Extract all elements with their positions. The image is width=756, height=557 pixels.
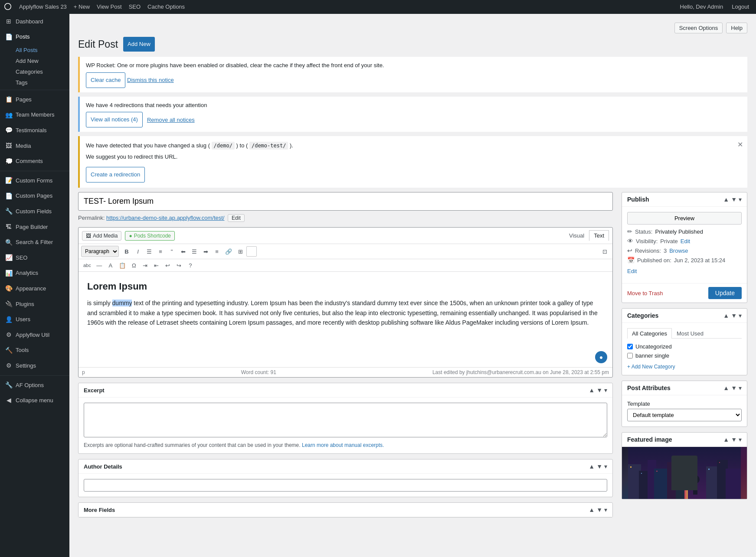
post-attributes-expand-down[interactable]: ▼ [731,384,737,391]
bold-button[interactable]: B [121,246,132,257]
add-media-button[interactable]: 🖼 Add Media [82,231,121,241]
cache-options[interactable]: Cache Options [144,0,188,14]
excerpt-learn-more[interactable]: Learn more about manual excerpts. [302,442,384,448]
sidebar-item-page-builder[interactable]: 🏗 Page Builder [0,219,69,235]
author-details-header[interactable]: Author Details ▲ ▼ ▾ [79,459,612,474]
excerpt-collapse[interactable]: ▾ [604,387,607,394]
hr-button[interactable]: — [94,260,105,270]
sidebar-item-plugins[interactable]: 🔌 Plugins [0,296,69,312]
category-checkbox-banner-single[interactable] [627,353,633,358]
more-fields-collapse[interactable]: ▾ [604,506,607,513]
permalink-link[interactable]: https://urbane-demo-site.ap.applyflow.co… [106,215,224,221]
author-expand-down[interactable]: ▼ [596,463,602,470]
sidebar-item-analytics[interactable]: 📊 Analytics [0,266,69,281]
view-post-link[interactable]: View Post [93,0,125,14]
sidebar-item-af-options[interactable]: 🔧 AF Options [0,378,69,393]
featured-image-expand-down[interactable]: ▼ [731,436,737,443]
revisions-browse-link[interactable]: Browse [669,248,688,254]
sidebar-item-custom-fields[interactable]: 🔧 Custom Fields [0,204,69,219]
help-button[interactable]: Help [726,23,747,33]
sidebar-item-add-new[interactable]: Add New [0,55,69,66]
excerpt-metabox-header[interactable]: Excerpt ▲ ▼ ▾ [79,383,612,397]
new-button[interactable]: + New [70,0,93,14]
sidebar-item-custom-forms[interactable]: 📝 Custom Forms [0,173,69,189]
unordered-list-button[interactable]: ☰ [144,246,154,257]
sidebar-item-all-posts[interactable]: All Posts [0,45,69,55]
all-categories-tab[interactable]: All Categories [627,328,672,339]
expand-toolbar-button[interactable]: ⊡ [599,246,610,257]
author-expand-up[interactable]: ▲ [589,463,595,470]
paragraph-selector[interactable]: Paragraph [81,246,119,257]
align-justify-button[interactable]: ≡ [212,246,222,257]
seo-menu[interactable]: SEO [125,0,144,14]
publish-collapse[interactable]: ▾ [739,196,742,203]
featured-image-thumbnail[interactable] [622,447,747,499]
sidebar-item-settings[interactable]: ⚙ Settings [0,358,69,374]
template-select[interactable]: Default template [627,409,742,421]
post-title-input[interactable] [78,192,613,211]
text-color-btn[interactable]: A [105,260,116,270]
sidebar-item-collapse[interactable]: ◀ Collapse menu [0,393,69,408]
preview-button[interactable]: Preview [627,212,742,225]
view-all-notices-button[interactable]: View all notices (4) [86,112,143,127]
update-button[interactable]: Update [708,287,742,299]
sidebar-item-tools[interactable]: 🔨 Tools [0,343,69,358]
editor-circle-button[interactable]: ● [595,351,607,363]
sidebar-item-seo[interactable]: 📈 SEO [0,250,69,266]
ordered-list-button[interactable]: ≡ [155,246,166,257]
sidebar-item-team-members[interactable]: 👥 Team Members [0,107,69,123]
slug-notice-close[interactable]: ✕ [737,140,743,149]
undo-button[interactable]: ↩ [163,260,173,270]
publish-expand-up[interactable]: ▲ [723,196,729,203]
editor-body[interactable]: Lorem Ipsum is simply dummy text of the … [79,272,612,367]
add-new-button[interactable]: Add New [123,37,155,52]
paste-text-button[interactable]: 📋 [117,260,128,270]
sidebar-item-tags[interactable]: Tags [0,77,69,88]
sidebar-item-testimonials[interactable]: 💬 Testimonials [0,123,69,138]
logout-button[interactable]: Logout [728,0,753,14]
most-used-tab[interactable]: Most Used [672,328,708,339]
strikethrough-button[interactable]: abc [81,260,93,270]
categories-expand-down[interactable]: ▼ [731,312,737,319]
link-button[interactable]: 🔗 [223,246,234,257]
excerpt-textarea[interactable] [84,403,607,437]
redo-button[interactable]: ↪ [174,260,184,270]
special-char-button[interactable]: Ω [129,260,139,270]
featured-image-expand-up[interactable]: ▲ [723,436,729,443]
sidebar-item-dashboard[interactable]: ⊞ Dashboard [0,14,69,29]
featured-image-body[interactable] [622,447,747,499]
categories-expand-up[interactable]: ▲ [723,312,729,319]
publish-expand-down[interactable]: ▼ [731,196,737,203]
edit-slug-button[interactable]: Edit [228,214,245,222]
visual-tab[interactable]: Visual [564,230,589,241]
visibility-edit-link[interactable]: Edit [681,238,690,244]
sidebar-item-pages[interactable]: 📋 Pages [0,92,69,107]
blockquote-button[interactable]: " [167,246,177,257]
sidebar-item-appearance[interactable]: 🎨 Appearance [0,281,69,296]
sidebar-item-posts[interactable]: 📄 Posts [0,29,69,45]
sidebar-item-categories[interactable]: Categories [0,66,69,77]
remove-all-notices-button[interactable]: Remove all notices [147,117,195,123]
author-collapse[interactable]: ▾ [604,463,607,470]
italic-button[interactable]: I [133,246,143,257]
text-tab[interactable]: Text [589,230,609,241]
sidebar-item-users[interactable]: 👤 Users [0,312,69,328]
category-checkbox-uncategorized[interactable] [627,344,633,349]
more-fields-header[interactable]: More Fields ▲ ▼ ▾ [79,503,612,517]
published-edit-link[interactable]: Edit [627,268,637,274]
author-input[interactable] [84,479,607,492]
create-redirection-button[interactable]: Create a redirection [86,167,145,182]
screen-options-button[interactable]: Screen Options [674,23,723,33]
dismiss-notice-button[interactable]: Dismiss this notice [127,77,174,83]
add-new-category-link[interactable]: + Add New Category [627,364,742,370]
site-name[interactable]: Applyflow Sales 23 [16,0,70,14]
align-center-button[interactable]: ☰ [189,246,200,257]
color-button[interactable] [246,246,257,257]
categories-collapse[interactable]: ▾ [739,312,742,319]
more-fields-expand-up[interactable]: ▲ [589,506,595,513]
sidebar-item-search-filter[interactable]: 🔍 Search & Filter [0,235,69,251]
excerpt-expand-down[interactable]: ▼ [596,387,602,394]
post-attributes-collapse[interactable]: ▾ [739,384,742,391]
excerpt-expand-up[interactable]: ▲ [589,387,595,394]
move-to-trash-button[interactable]: Move to Trash [627,290,663,296]
